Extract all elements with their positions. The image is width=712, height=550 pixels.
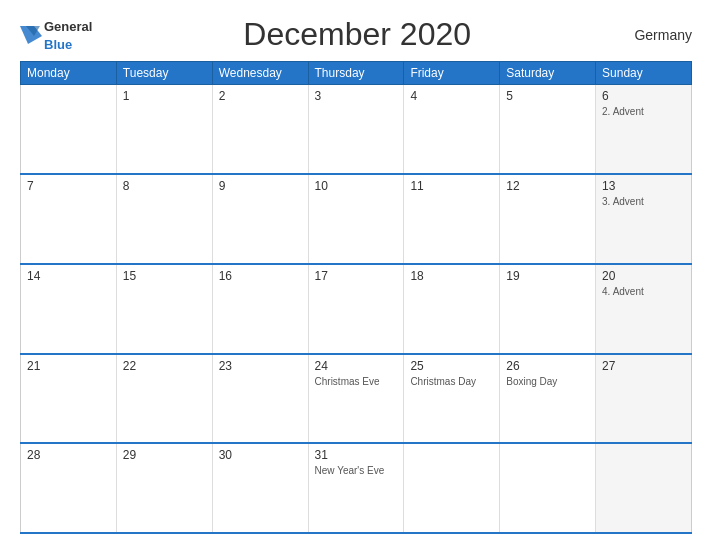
calendar-cell: 28 [21,443,117,533]
day-event: New Year's Eve [315,464,398,477]
day-number: 16 [219,269,302,283]
day-number: 17 [315,269,398,283]
day-event: 3. Advent [602,195,685,208]
calendar-cell: 24Christmas Eve [308,354,404,444]
logo-icon [20,26,42,44]
calendar-title: December 2020 [243,16,471,53]
day-number: 21 [27,359,110,373]
calendar-header-row: Monday Tuesday Wednesday Thursday Friday… [21,62,692,85]
table-row: 21222324Christmas Eve25Christmas Day26Bo… [21,354,692,444]
day-number: 1 [123,89,206,103]
calendar-cell: 8 [116,174,212,264]
day-event: 4. Advent [602,285,685,298]
col-friday: Friday [404,62,500,85]
day-number: 29 [123,448,206,462]
day-number: 27 [602,359,685,373]
calendar-cell: 21 [21,354,117,444]
day-number: 31 [315,448,398,462]
day-number: 10 [315,179,398,193]
calendar-cell: 1 [116,85,212,175]
calendar-cell: 31New Year's Eve [308,443,404,533]
day-event: Christmas Day [410,375,493,388]
logo-text-general: General [44,19,92,34]
day-event: Boxing Day [506,375,589,388]
day-number: 6 [602,89,685,103]
calendar-cell: 18 [404,264,500,354]
calendar-cell: 17 [308,264,404,354]
calendar-cell [404,443,500,533]
day-number: 2 [219,89,302,103]
table-row: 789101112133. Advent [21,174,692,264]
calendar-header: General Blue December 2020 Germany [20,16,692,53]
table-row: 28293031New Year's Eve [21,443,692,533]
country-label: Germany [622,27,692,43]
day-number: 30 [219,448,302,462]
day-number: 11 [410,179,493,193]
calendar-cell: 3 [308,85,404,175]
calendar-cell: 19 [500,264,596,354]
calendar-cell: 133. Advent [596,174,692,264]
calendar-cell [500,443,596,533]
table-row: 141516171819204. Advent [21,264,692,354]
col-monday: Monday [21,62,117,85]
col-tuesday: Tuesday [116,62,212,85]
calendar-table: Monday Tuesday Wednesday Thursday Friday… [20,61,692,534]
calendar-cell: 29 [116,443,212,533]
calendar-cell: 30 [212,443,308,533]
day-event: Christmas Eve [315,375,398,388]
day-number: 13 [602,179,685,193]
day-number: 15 [123,269,206,283]
day-number: 3 [315,89,398,103]
calendar-cell: 9 [212,174,308,264]
calendar-cell: 23 [212,354,308,444]
logo-text-blue: Blue [44,37,72,52]
col-sunday: Sunday [596,62,692,85]
calendar-cell: 16 [212,264,308,354]
calendar-cell: 12 [500,174,596,264]
calendar-cell: 204. Advent [596,264,692,354]
col-thursday: Thursday [308,62,404,85]
day-number: 20 [602,269,685,283]
day-number: 7 [27,179,110,193]
day-number: 26 [506,359,589,373]
calendar-cell: 15 [116,264,212,354]
day-number: 14 [27,269,110,283]
calendar-cell: 2 [212,85,308,175]
calendar-cell: 25Christmas Day [404,354,500,444]
day-number: 5 [506,89,589,103]
calendar-cell: 22 [116,354,212,444]
day-number: 19 [506,269,589,283]
calendar-cell [21,85,117,175]
col-saturday: Saturday [500,62,596,85]
calendar-body: 1234562. Advent789101112133. Advent14151… [21,85,692,534]
day-number: 8 [123,179,206,193]
day-number: 9 [219,179,302,193]
day-number: 23 [219,359,302,373]
calendar-cell: 14 [21,264,117,354]
calendar-cell: 27 [596,354,692,444]
calendar-cell: 26Boxing Day [500,354,596,444]
calendar-cell: 62. Advent [596,85,692,175]
day-number: 12 [506,179,589,193]
logo: General Blue [20,17,92,53]
table-row: 1234562. Advent [21,85,692,175]
calendar-cell [596,443,692,533]
day-number: 4 [410,89,493,103]
day-event: 2. Advent [602,105,685,118]
calendar-cell: 7 [21,174,117,264]
calendar-cell: 5 [500,85,596,175]
day-number: 18 [410,269,493,283]
day-number: 22 [123,359,206,373]
calendar-cell: 10 [308,174,404,264]
col-wednesday: Wednesday [212,62,308,85]
calendar-cell: 11 [404,174,500,264]
day-number: 24 [315,359,398,373]
calendar-cell: 4 [404,85,500,175]
day-number: 28 [27,448,110,462]
day-number: 25 [410,359,493,373]
